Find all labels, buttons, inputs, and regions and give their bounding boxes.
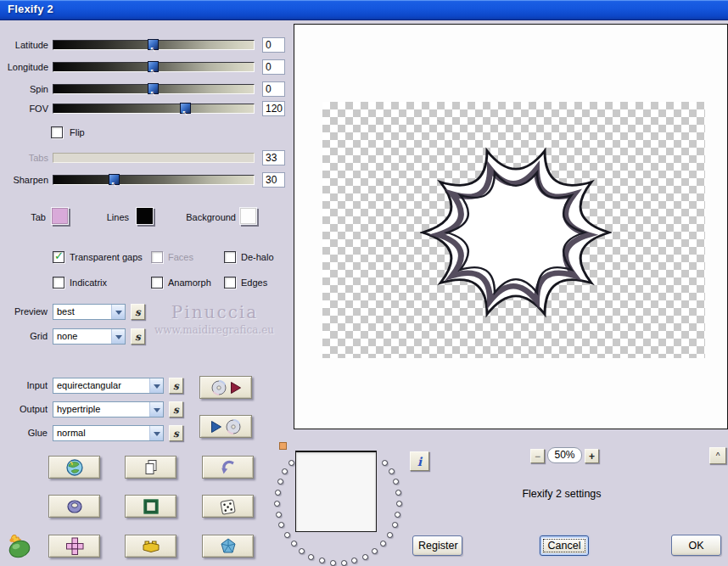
output-select[interactable]: hypertriple: [53, 401, 164, 417]
zoom-in-button[interactable]: +: [585, 449, 599, 463]
edges-label: Edges: [241, 277, 267, 288]
chevron-down-icon[interactable]: [149, 402, 163, 417]
spin-value-input[interactable]: [262, 81, 285, 97]
sharpen-slider-thumb[interactable]: ↖: [109, 174, 120, 185]
rotation-dot[interactable]: [380, 541, 386, 546]
load-settings-button[interactable]: [199, 376, 252, 399]
rotation-dot[interactable]: [278, 522, 284, 528]
preset-preview-square[interactable]: [295, 451, 377, 532]
rotation-dot[interactable]: [389, 468, 395, 474]
lines-color-swatch[interactable]: [136, 207, 154, 225]
torus-button[interactable]: [48, 495, 100, 518]
de-halo-checkbox[interactable]: [224, 251, 236, 263]
fov-slider-thumb[interactable]: ↖: [180, 103, 191, 114]
titlebar[interactable]: Flexify 2: [0, 0, 728, 20]
rotation-dot[interactable]: [392, 522, 398, 528]
rotation-dot[interactable]: [284, 532, 290, 538]
cube-net-icon: [64, 536, 86, 557]
rotation-dot[interactable]: [274, 501, 280, 507]
fov-value-input[interactable]: [262, 101, 285, 116]
rotation-dot[interactable]: [341, 560, 347, 566]
rotation-dot[interactable]: [282, 468, 288, 474]
glue-s-button[interactable]: s: [169, 425, 183, 441]
chevron-down-icon[interactable]: [111, 305, 125, 319]
faces-checkbox: [151, 251, 163, 263]
preview-area[interactable]: [294, 24, 728, 429]
rotation-dot[interactable]: [395, 512, 400, 518]
rotation-dot[interactable]: [288, 460, 294, 466]
collapse-button[interactable]: ^: [709, 447, 726, 464]
chevron-down-icon[interactable]: [149, 426, 163, 440]
rotation-dot[interactable]: [291, 541, 297, 546]
edges-checkbox[interactable]: [224, 277, 236, 289]
preview-select[interactable]: best: [53, 304, 126, 320]
undo-button[interactable]: [202, 456, 254, 479]
brick-button[interactable]: [125, 535, 176, 558]
input-select[interactable]: equirectangular: [53, 378, 164, 394]
spin-slider[interactable]: ↖: [53, 84, 255, 94]
dice-button[interactable]: [202, 495, 254, 518]
latitude-value-input[interactable]: [262, 37, 285, 53]
tab-color-swatch[interactable]: [51, 207, 69, 225]
rotation-dot[interactable]: [308, 554, 314, 560]
dialog-body: Latitude ↖ Longitude ↖ Spin ↖ FOV ↖ Tabs…: [0, 20, 728, 566]
polyhedron-button[interactable]: [202, 535, 254, 558]
cube-net-button[interactable]: [48, 535, 100, 558]
rotation-dot[interactable]: [395, 490, 401, 496]
grid-select[interactable]: none: [53, 328, 126, 345]
anamorph-checkbox[interactable]: [151, 277, 163, 289]
zoom-out-button[interactable]: −: [530, 449, 545, 463]
rotation-dot[interactable]: [277, 479, 283, 485]
rotation-dot[interactable]: [275, 490, 281, 496]
longitude-slider-thumb[interactable]: ↖: [148, 61, 159, 72]
longitude-slider[interactable]: ↖: [53, 62, 255, 72]
rotation-dot[interactable]: [319, 558, 325, 563]
rotation-dot[interactable]: [396, 501, 402, 507]
flip-checkbox[interactable]: [51, 126, 63, 138]
spin-slider-thumb[interactable]: ↖: [148, 83, 159, 94]
check-icon: ✓: [54, 249, 64, 262]
background-color-swatch[interactable]: [239, 207, 257, 225]
chevron-down-icon[interactable]: [149, 378, 163, 393]
chevron-down-icon[interactable]: [111, 329, 125, 344]
save-settings-button[interactable]: [199, 415, 252, 438]
longitude-value-input[interactable]: [262, 59, 285, 75]
latitude-slider[interactable]: ↖: [53, 40, 255, 50]
register-button[interactable]: Register: [412, 535, 462, 556]
tabs-slider: [53, 153, 255, 163]
play-blue-icon: [210, 420, 222, 434]
preview-s-button[interactable]: s: [131, 304, 145, 320]
frame-icon: [142, 497, 160, 516]
rotation-dot[interactable]: [276, 512, 282, 518]
sharpen-value-input[interactable]: [262, 172, 285, 188]
zoom-level[interactable]: 50%: [547, 447, 582, 463]
tabs-value-input[interactable]: [262, 150, 285, 165]
slider-arrow-icon: ↖: [111, 180, 118, 188]
rotation-dot[interactable]: [299, 548, 305, 554]
input-s-button[interactable]: s: [169, 378, 183, 394]
ok-button[interactable]: OK: [671, 535, 721, 556]
sharpen-slider[interactable]: ↖: [53, 175, 255, 185]
rotation-dot[interactable]: [330, 560, 336, 566]
rotation-dot[interactable]: [351, 558, 357, 563]
rotation-dot[interactable]: [362, 554, 368, 560]
rotation-dot[interactable]: [393, 479, 399, 485]
globe-button[interactable]: [48, 456, 100, 479]
info-button[interactable]: i: [410, 451, 429, 471]
latitude-slider-thumb[interactable]: ↖: [148, 39, 159, 50]
fov-slider[interactable]: ↖: [53, 104, 255, 114]
frame-button[interactable]: [125, 495, 176, 518]
glue-select[interactable]: normal: [53, 425, 164, 441]
copy-button[interactable]: [125, 456, 176, 479]
cancel-button[interactable]: Cancel: [540, 535, 589, 556]
rotation-dot[interactable]: [387, 532, 393, 538]
indicatrix-checkbox[interactable]: [53, 277, 64, 289]
slider-arrow-icon: ↖: [150, 45, 157, 53]
rotation-dot[interactable]: [372, 548, 378, 554]
rotation-dot[interactable]: [382, 460, 388, 466]
slider-arrow-icon: ↖: [150, 89, 157, 98]
glue-label: Glue: [0, 428, 48, 438]
output-s-button[interactable]: s: [169, 401, 183, 417]
rotation-marker[interactable]: [279, 442, 287, 450]
transparent-gaps-checkbox[interactable]: ✓: [53, 251, 64, 263]
